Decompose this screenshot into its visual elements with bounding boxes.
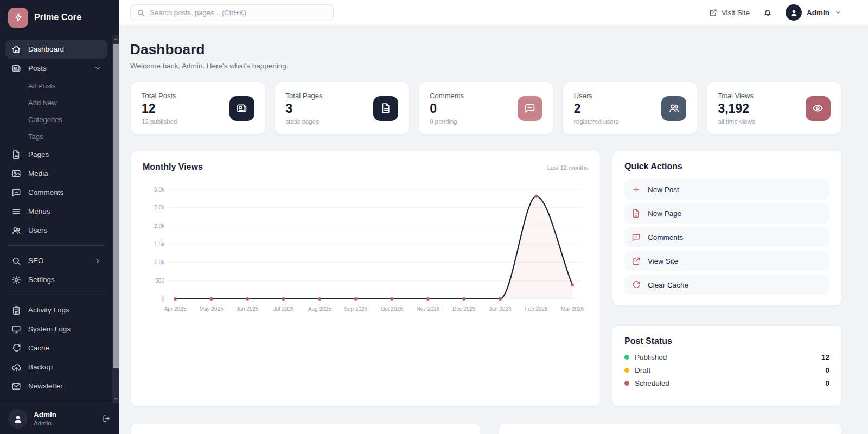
- quick-action-label: Comments: [648, 233, 683, 241]
- status-label: Draft: [635, 366, 650, 374]
- sidebar-item-label: System Logs: [28, 325, 71, 333]
- scrollbar-thumb[interactable]: [113, 44, 119, 368]
- svg-text:0: 0: [161, 296, 164, 302]
- post-status-card: Post Status Published 12 Draft 0: [612, 325, 842, 406]
- post-status-row-scheduled: Scheduled 0: [624, 379, 829, 387]
- newspaper-icon: [11, 63, 21, 73]
- sidebar-item-activity-logs[interactable]: Activity Logs: [5, 301, 107, 320]
- stat-value: 0: [430, 101, 464, 116]
- sidebar-user-footer: Admin Admin: [0, 403, 119, 434]
- search-input[interactable]: Search posts, pages... (Ctrl+K): [130, 4, 334, 21]
- stat-value: 3: [286, 101, 323, 116]
- scroll-down-icon[interactable]: [112, 394, 119, 403]
- svg-text:1.0k: 1.0k: [154, 259, 165, 265]
- eye-icon: [806, 96, 831, 121]
- users-icon: [661, 96, 686, 121]
- svg-text:2.5k: 2.5k: [154, 205, 165, 210]
- svg-text:Dec 2025: Dec 2025: [452, 306, 476, 312]
- chevron-down-icon: [94, 65, 101, 72]
- post-status-title: Post Status: [624, 336, 829, 346]
- file-icon: [11, 150, 21, 159]
- chat-icon: [11, 188, 21, 197]
- notifications-bell-icon[interactable]: [763, 8, 773, 17]
- users-icon: [11, 226, 21, 235]
- page-subtitle: Welcome back, Admin. Here's what's happe…: [130, 62, 842, 70]
- home-icon: [11, 44, 21, 54]
- user-role: Admin: [34, 420, 56, 426]
- svg-text:2.0k: 2.0k: [154, 223, 165, 229]
- sidebar-item-cache[interactable]: Cache: [5, 339, 107, 358]
- stat-label: Total Posts: [142, 92, 177, 100]
- clipboard-icon: [11, 305, 21, 315]
- svg-text:Jul 2025: Jul 2025: [273, 306, 294, 312]
- sidebar-subitem-add-new[interactable]: Add New: [5, 94, 107, 111]
- topbar: Search posts, pages... (Ctrl+K) Visit Si…: [119, 0, 868, 25]
- quick-action-new-page[interactable]: New Page: [624, 203, 829, 224]
- sidebar-item-system-logs[interactable]: System Logs: [5, 320, 107, 339]
- svg-text:3.0k: 3.0k: [154, 187, 165, 193]
- svg-text:1.5k: 1.5k: [154, 241, 165, 247]
- sidebar-item-label: Menus: [28, 207, 50, 215]
- quick-action-new-post[interactable]: New Post: [624, 180, 829, 200]
- post-status-row-draft: Draft 0: [624, 366, 829, 374]
- file-icon: [373, 96, 398, 121]
- sidebar-item-settings[interactable]: Settings: [5, 270, 107, 289]
- avatar: [8, 409, 28, 429]
- gear-icon: [11, 275, 21, 285]
- sidebar-item-label: Media: [28, 169, 48, 177]
- sidebar-item-comments[interactable]: Comments: [5, 183, 107, 202]
- scroll-up-icon[interactable]: [112, 35, 119, 43]
- svg-text:Jan 2026: Jan 2026: [489, 306, 512, 312]
- right-column: Quick Actions New Post New Page Comme: [612, 150, 842, 406]
- sidebar-item-menus[interactable]: Menus: [5, 202, 107, 221]
- visit-site-button[interactable]: Visit Site: [709, 9, 750, 17]
- subitem-label: Tags: [28, 132, 43, 141]
- search-icon: [11, 256, 21, 266]
- monitor-icon: [11, 324, 21, 334]
- user-menu[interactable]: Admin: [786, 4, 842, 21]
- quick-actions-title: Quick Actions: [624, 162, 829, 171]
- monthly-views-card: Monthly Views Last 12 months 05001.0k1.5…: [130, 150, 601, 406]
- quick-action-view-site[interactable]: View Site: [624, 251, 829, 271]
- sidebar-item-pages[interactable]: Pages: [5, 145, 107, 164]
- sidebar-item-dashboard[interactable]: Dashboard: [5, 40, 107, 59]
- logout-icon[interactable]: [102, 414, 111, 423]
- sidebar-item-seo[interactable]: SEO: [5, 251, 107, 270]
- svg-text:May 2025: May 2025: [200, 306, 224, 312]
- external-link-icon: [709, 9, 717, 17]
- search-placeholder: Search posts, pages... (Ctrl+K): [150, 9, 246, 17]
- status-count: 0: [825, 379, 829, 387]
- stat-value: 2: [574, 101, 618, 116]
- quick-action-label: Clear Cache: [648, 281, 688, 289]
- sidebar-item-newsletter[interactable]: Newsletter: [5, 376, 107, 395]
- stat-label: Total Views: [718, 92, 755, 100]
- sidebar-item-media[interactable]: Media: [5, 164, 107, 183]
- sidebar-subitem-tags[interactable]: Tags: [5, 128, 107, 145]
- sidebar-item-users[interactable]: Users: [5, 221, 107, 240]
- sidebar-scrollbar[interactable]: [112, 35, 119, 403]
- sidebar-item-label: Settings: [28, 276, 55, 284]
- sidebar-subitem-all-posts[interactable]: All Posts: [5, 78, 107, 94]
- sidebar-item-backup[interactable]: Backup: [5, 358, 107, 376]
- quick-action-comments[interactable]: Comments: [624, 227, 829, 247]
- sidebar-subitem-categories[interactable]: Categories: [5, 111, 107, 128]
- sidebar-item-posts[interactable]: Posts: [5, 59, 107, 78]
- monthly-views-chart: 05001.0k1.5k2.0k2.5k3.0kApr 2025May 2025…: [143, 180, 588, 316]
- sidebar: Prime Core Dashboard Posts All Posts Add…: [0, 0, 119, 434]
- svg-text:500: 500: [155, 278, 164, 284]
- svg-text:Oct 2025: Oct 2025: [381, 306, 403, 312]
- status-dot-published: [624, 355, 629, 360]
- stat-sub: static pages: [286, 118, 323, 125]
- user-name: Admin: [34, 411, 56, 420]
- svg-text:Feb 2026: Feb 2026: [525, 306, 548, 312]
- stat-label: Comments: [430, 92, 464, 100]
- stat-value: 3,192: [718, 101, 755, 116]
- page-title: Dashboard: [130, 41, 842, 58]
- dashboard-content: Dashboard Welcome back, Admin. Here's wh…: [119, 25, 868, 434]
- search-icon: [137, 9, 145, 17]
- topbar-actions: Visit Site Admin: [709, 4, 842, 21]
- sidebar-item-label: SEO: [28, 257, 44, 265]
- quick-action-label: View Site: [648, 257, 678, 265]
- quick-action-clear-cache[interactable]: Clear Cache: [624, 275, 829, 295]
- stat-card-total-posts: Total Posts 12 12 published: [130, 82, 266, 135]
